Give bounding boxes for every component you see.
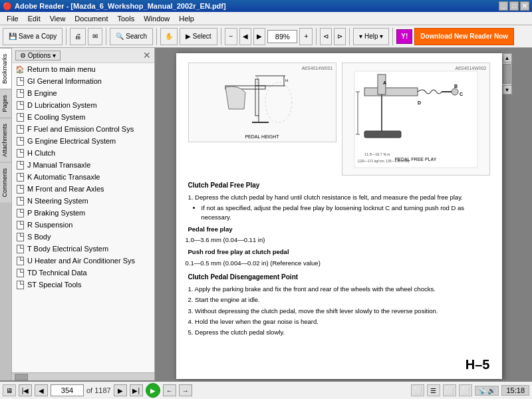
download-reader-button[interactable]: Download New Reader Now xyxy=(414,28,514,45)
section3-value: 0.1—0.5 mm (0.004—0.02 in) (Reference va… xyxy=(188,259,490,267)
sidebar-item-u-heater[interactable]: U Heater and Air Conditioner Sys xyxy=(12,255,154,267)
toolbar-sep-2 xyxy=(106,28,106,45)
doc-icon-r xyxy=(15,220,25,229)
forward-arrow-button[interactable]: → xyxy=(179,384,192,396)
tray-icon-2: 🔊 xyxy=(487,387,495,394)
close-button[interactable]: ✕ xyxy=(520,1,529,11)
status-right: ⬜ ☰ ⬜ ⬜ 📡 🔊 15:18 xyxy=(411,384,529,396)
tab-comments[interactable]: Comments xyxy=(0,162,11,203)
yahoo-button[interactable]: Y! xyxy=(396,29,412,44)
play-button[interactable]: ▶ xyxy=(146,383,160,398)
svg-rect-11 xyxy=(364,88,418,96)
doc-icon-p xyxy=(15,208,25,217)
menu-document[interactable]: Document xyxy=(70,13,112,24)
sidebar-close-button[interactable]: ✕ xyxy=(143,50,151,61)
sidebar-item-e-cooling[interactable]: E Cooling System xyxy=(12,111,154,123)
sidebar-item-h-clutch[interactable]: H Clutch xyxy=(12,147,154,159)
zoom-input[interactable] xyxy=(267,30,297,43)
menu-file[interactable]: File xyxy=(3,13,23,24)
print-button[interactable]: 🖨 xyxy=(70,28,86,45)
page-view: H PEDAL HEIGHT A6S4014W001 xyxy=(155,48,532,380)
diagram1-label: PEDAL HEIGHT xyxy=(245,134,279,139)
right-scrollbar[interactable]: ▲ ▼ xyxy=(502,53,511,94)
first-page-nav-button[interactable]: |◀ xyxy=(19,384,32,396)
next-page-nav-button[interactable]: ▶ xyxy=(114,384,127,396)
sidebar-item-p-braking[interactable]: P Braking System xyxy=(12,207,154,219)
prev-page-nav-button[interactable]: ◀ xyxy=(35,384,48,396)
pdf-page: H PEDAL HEIGHT A6S4014W001 xyxy=(176,53,502,379)
help-button[interactable]: ▾ Help ▾ xyxy=(353,28,389,45)
last-page-nav-button[interactable]: ▶| xyxy=(130,384,143,396)
sidebar-item-gi-general[interactable]: GI General Information xyxy=(12,75,154,87)
page-number-input[interactable] xyxy=(51,384,84,396)
sidebar-item-td-technical[interactable]: TD Technical Data xyxy=(12,267,154,279)
section4-title: Clutch Pedal Disengagement Point xyxy=(188,273,490,282)
select-button[interactable]: ▶ Select xyxy=(180,28,217,45)
sidebar-content: 🏠 Return to main menu GI General Informa… xyxy=(12,63,154,372)
scroll-down-button[interactable]: ▼ xyxy=(503,85,512,94)
status-icon-3: ⬜ xyxy=(443,384,456,396)
hand-tool-button[interactable]: ✋ xyxy=(160,28,178,45)
tab-attachments[interactable]: Attachments xyxy=(0,118,11,162)
zoom-in-button[interactable]: + xyxy=(299,28,313,45)
menu-help[interactable]: Help xyxy=(175,13,198,24)
svg-text:A: A xyxy=(383,80,386,85)
toolbar-sep-1 xyxy=(66,28,66,45)
menu-edit[interactable]: Edit xyxy=(24,13,45,24)
diagram-pedal-height: H PEDAL HEIGHT A6S4014W001 xyxy=(188,63,336,142)
doc-icon-m xyxy=(15,184,25,194)
next-page-button[interactable]: ▶ xyxy=(253,28,265,45)
sidebar-horizontal-scrollbar[interactable] xyxy=(12,372,154,380)
doc-icon-h xyxy=(15,148,25,158)
save-icon: 💾 xyxy=(9,33,17,40)
page-number: H–5 xyxy=(466,357,490,372)
doc-icon-b xyxy=(15,88,25,98)
scroll-thumb[interactable] xyxy=(503,64,511,84)
sidebar-item-f-fuel[interactable]: F Fuel and Emission Control Sys xyxy=(12,123,154,135)
menu-view[interactable]: View xyxy=(46,13,70,24)
tab-bookmarks[interactable]: Bookmarks xyxy=(0,48,11,89)
prev-page-button[interactable]: ◀ xyxy=(239,28,251,45)
app-icon: 🔴 xyxy=(3,2,12,11)
sidebar-options-button[interactable]: ⚙ Options ▾ xyxy=(15,51,61,61)
sidebar-item-r-suspension[interactable]: R Suspension xyxy=(12,219,154,231)
section2-title: Pedal free play xyxy=(188,225,490,233)
sidebar-item-return-main[interactable]: 🏠 Return to main menu xyxy=(12,63,154,75)
sidebar-item-d-lubrication[interactable]: D Lubrication System xyxy=(12,99,154,111)
sidebar-item-j-manual[interactable]: J Manual Transaxle xyxy=(12,159,154,171)
sidebar-item-m-front-rear[interactable]: M Front and Rear Axles xyxy=(12,183,154,195)
sidebar-item-t-body-elec[interactable]: T Body Electrical System xyxy=(12,243,154,255)
status-icon-1: ⬜ xyxy=(411,384,424,396)
svg-text:H: H xyxy=(285,78,288,82)
search-button[interactable]: 🔍 Search xyxy=(110,28,153,45)
toolbar: 💾 Save a Copy 🖨 ✉ 🔍 Search ✋ ▶ Select − … xyxy=(0,25,532,48)
last-page-button[interactable]: ⊳ xyxy=(334,28,346,45)
toolbar-sep-5 xyxy=(316,28,317,45)
menu-tools[interactable]: Tools xyxy=(114,13,139,24)
sidebar-item-k-automatic[interactable]: K Automatic Transaxle xyxy=(12,171,154,183)
status-icon-2: ☰ xyxy=(427,384,440,396)
diagram2-label: PEDAL FREE PLAY xyxy=(395,157,437,162)
maximize-button[interactable]: □ xyxy=(509,1,519,11)
sidebar-item-b-engine[interactable]: B Engine xyxy=(12,87,154,99)
save-copy-button[interactable]: 💾 Save a Copy xyxy=(3,28,63,45)
pdf-text-content: Clutch Pedal Free Play 1. Depress the cl… xyxy=(188,181,490,337)
sidebar-item-s-body[interactable]: S Body xyxy=(12,231,154,243)
email-button[interactable]: ✉ xyxy=(88,28,102,45)
sidebar-item-st-special[interactable]: ST Special Tools xyxy=(12,279,154,291)
doc-icon-s xyxy=(15,232,25,241)
tray-icon-1: 📡 xyxy=(478,387,486,394)
zoom-out-button[interactable]: − xyxy=(225,28,238,45)
diagram1-code: A6S4014W001 xyxy=(301,66,332,70)
search-icon: 🔍 xyxy=(116,33,124,40)
tab-pages[interactable]: Pages xyxy=(0,89,11,118)
sidebar-item-g-engine-elec[interactable]: G Engine Electrical System xyxy=(12,135,154,147)
minimize-button[interactable]: _ xyxy=(499,1,508,11)
first-page-button[interactable]: ⊲ xyxy=(320,28,332,45)
menu-window[interactable]: Window xyxy=(140,13,174,24)
back-arrow-button[interactable]: ← xyxy=(163,384,176,396)
scroll-up-button[interactable]: ▲ xyxy=(503,53,512,63)
toolbar-sep-6 xyxy=(349,28,350,45)
title-bar-buttons[interactable]: _ □ ✕ xyxy=(499,1,529,11)
sidebar-item-n-steering[interactable]: N Steering System xyxy=(12,195,154,207)
